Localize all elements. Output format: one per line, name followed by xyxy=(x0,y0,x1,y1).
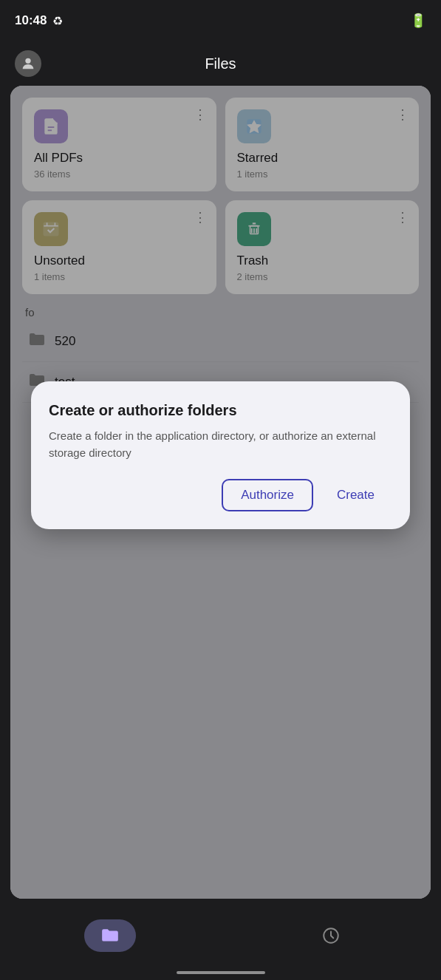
nav-files-button[interactable] xyxy=(84,919,136,952)
svg-point-0 xyxy=(25,58,30,64)
create-authorize-dialog: Create or authorize folders Create a fol… xyxy=(31,381,410,529)
avatar[interactable] xyxy=(15,50,41,77)
dialog-body: Create a folder in the application direc… xyxy=(49,428,392,461)
create-button[interactable]: Create xyxy=(319,479,392,511)
app-header: Files xyxy=(0,41,441,86)
bottom-nav xyxy=(0,906,441,980)
dialog-actions: Authorize Create xyxy=(49,479,392,511)
status-bar: 10:48 ♻ 🔋 xyxy=(0,0,441,41)
battery-icon: 🔋 xyxy=(410,13,426,29)
sync-icon: ♻ xyxy=(52,14,63,28)
home-indicator xyxy=(177,971,265,974)
main-content: ⋮ All PDFs 36 items ⋮ Starred xyxy=(10,86,431,899)
authorize-button[interactable]: Authorize xyxy=(222,479,313,511)
nav-history-button[interactable] xyxy=(305,919,357,952)
status-time: 10:48 xyxy=(15,13,47,28)
dialog-title: Create or authorize folders xyxy=(49,402,392,419)
page-title: Files xyxy=(205,55,236,72)
status-left: 10:48 ♻ xyxy=(15,13,63,28)
